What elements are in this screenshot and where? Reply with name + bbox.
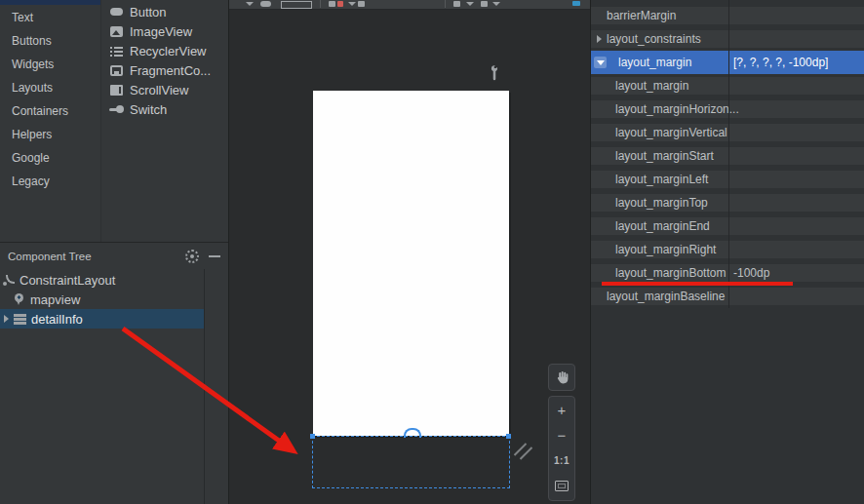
fragment-icon — [109, 63, 124, 78]
attribute-row[interactable]: layout_constraints — [591, 27, 864, 51]
detailinfo-icon — [14, 313, 26, 325]
attribute-name: layout_marginEnd — [615, 219, 710, 233]
resize-handle-top-right[interactable] — [506, 434, 511, 439]
attribute-name: layout_constraints — [607, 32, 701, 46]
design-canvas[interactable]: + − 1:1 — [229, 0, 590, 504]
chevron-icon[interactable] — [597, 35, 602, 43]
guideline-icon[interactable] — [358, 1, 365, 7]
selected-view-bounds[interactable] — [312, 436, 510, 488]
toolbar-separator — [320, 0, 321, 8]
toolbar-caret-icon[interactable] — [492, 2, 500, 6]
attribute-row[interactable]: layout_marginRight — [591, 238, 864, 261]
palette-category-label: Buttons — [12, 34, 52, 48]
chevron-icon[interactable] — [594, 57, 607, 68]
warning-count-icon[interactable] — [572, 1, 580, 6]
tree-item-label: ConstraintLayout — [20, 273, 115, 288]
attribute-value[interactable]: [?, ?, ?, ?, -100dp] — [733, 56, 828, 69]
palette-category[interactable]: Helpers — [0, 123, 100, 146]
tree-item[interactable]: mapview — [0, 290, 204, 309]
palette-category[interactable]: Buttons — [0, 29, 100, 53]
default-margin-icon[interactable] — [453, 1, 460, 7]
attribute-name: layout_marginRight — [615, 243, 716, 256]
attribute-name: layout_margin — [618, 56, 691, 69]
collapse-panel-icon[interactable] — [209, 255, 220, 257]
zoom-controls: + − 1:1 — [548, 396, 575, 501]
attribute-value[interactable]: -100dp — [733, 266, 769, 280]
attribute-row[interactable]: layout_marginTop — [591, 191, 864, 214]
constraint-menu-icon[interactable] — [481, 1, 488, 7]
attribute-row[interactable]: barrierMargin — [591, 4, 864, 27]
attribute-row[interactable]: layout_marginLeft — [591, 168, 864, 191]
attribute-row[interactable]: layout_marginStart — [591, 144, 864, 168]
tree-item[interactable]: ConstraintLayout — [0, 270, 204, 290]
palette-component[interactable]: ImageView — [101, 21, 228, 41]
palette-component-label: RecyclerView — [130, 44, 207, 58]
palette-component-label: FragmentCo... — [130, 63, 211, 78]
palette-category-label: Google — [12, 151, 50, 165]
toolbar-caret-icon[interactable] — [348, 2, 356, 6]
palette-category-label: Text — [12, 11, 33, 24]
attribute-row[interactable]: layout_marginHorizon... — [591, 97, 864, 121]
tree-item[interactable]: detailInfo — [0, 309, 204, 329]
component-tree-list: ConstraintLayout mapview detailInfo — [0, 270, 204, 329]
layout-editor-window: Text Buttons Widgets Layouts Containers … — [0, 0, 864, 504]
fit-screen-icon — [555, 481, 569, 491]
orientation-icon[interactable] — [260, 1, 271, 7]
palette-component-label: ScrollView — [130, 83, 188, 97]
palette-component[interactable]: RecyclerView — [101, 41, 228, 60]
toolbar-caret-icon[interactable] — [466, 2, 474, 6]
hand-icon — [554, 369, 569, 385]
palette-panel: Text Buttons Widgets Layouts Containers … — [0, 0, 228, 504]
canvas-resize-corner[interactable] — [512, 440, 531, 459]
zoom-out-button[interactable]: − — [549, 422, 574, 447]
palette-category[interactable]: Layouts — [0, 76, 100, 99]
attributes-panel: barrierMargin layout_constraints layout_… — [591, 0, 864, 504]
recyclerview-icon — [109, 44, 124, 58]
attribute-row[interactable]: layout_marginVertical — [591, 121, 864, 144]
design-toolbar — [229, 0, 590, 10]
palette-category[interactable]: Containers — [0, 99, 100, 123]
palette-category-label: Containers — [12, 104, 68, 118]
zoom-actual-button[interactable]: 1:1 — [549, 447, 574, 473]
palette-component[interactable]: ScrollView — [101, 80, 228, 99]
autoconnect-off-icon[interactable] — [337, 1, 343, 7]
component-tree-title: Component Tree — [0, 251, 92, 262]
pan-button[interactable] — [548, 364, 575, 391]
palette-category[interactable]: Legacy — [0, 170, 100, 193]
device-selector[interactable] — [281, 1, 312, 9]
attribute-row[interactable]: layout_margin [?, ?, ?, ?, -100dp] — [591, 51, 864, 74]
palette-component[interactable]: Button — [101, 2, 228, 21]
palette-component[interactable]: FragmentCo... — [101, 60, 228, 80]
gear-icon[interactable] — [185, 250, 199, 263]
attribute-row[interactable]: layout_marginEnd — [591, 214, 864, 238]
zoom-fit-button[interactable] — [549, 473, 574, 498]
tree-scroll-divider — [204, 269, 205, 504]
device-screen[interactable] — [313, 91, 509, 436]
switch-icon — [109, 102, 124, 117]
scrollview-icon — [109, 83, 124, 97]
palette-component[interactable]: Switch — [101, 99, 228, 119]
attribute-row[interactable]: layout_marginBottom -100dp — [591, 261, 864, 285]
palette-component-label: Button — [130, 5, 167, 19]
attribute-name: layout_marginLeft — [615, 173, 708, 186]
zoom-in-button[interactable]: + — [549, 397, 574, 422]
constraint-anchor-bottom-icon[interactable] — [404, 428, 421, 438]
palette-category[interactable]: Text — [0, 6, 100, 29]
tree-item-label: detailInfo — [31, 312, 83, 327]
resize-handle-top-left[interactable] — [310, 434, 315, 439]
magnet-icon[interactable] — [329, 1, 335, 7]
palette-category[interactable]: Widgets — [0, 53, 100, 76]
attribute-row[interactable]: layout_margin — [591, 74, 864, 97]
palette-category-label: Widgets — [12, 58, 54, 71]
attribute-name: layout_marginTop — [615, 196, 708, 210]
imageview-icon — [109, 24, 124, 39]
attribute-name: layout_marginBottom — [615, 266, 726, 280]
attribute-name: barrierMargin — [607, 9, 676, 22]
attribute-name: layout_marginBaseline — [607, 290, 725, 303]
palette-categories: Text Buttons Widgets Layouts Containers … — [0, 6, 100, 193]
chevron-right-icon[interactable] — [4, 315, 9, 323]
attribute-row[interactable]: layout_marginBaseline — [591, 285, 864, 308]
palette-category[interactable]: Google — [0, 146, 100, 170]
view-options-caret-icon[interactable] — [246, 2, 254, 6]
wrench-icon[interactable] — [489, 64, 500, 83]
